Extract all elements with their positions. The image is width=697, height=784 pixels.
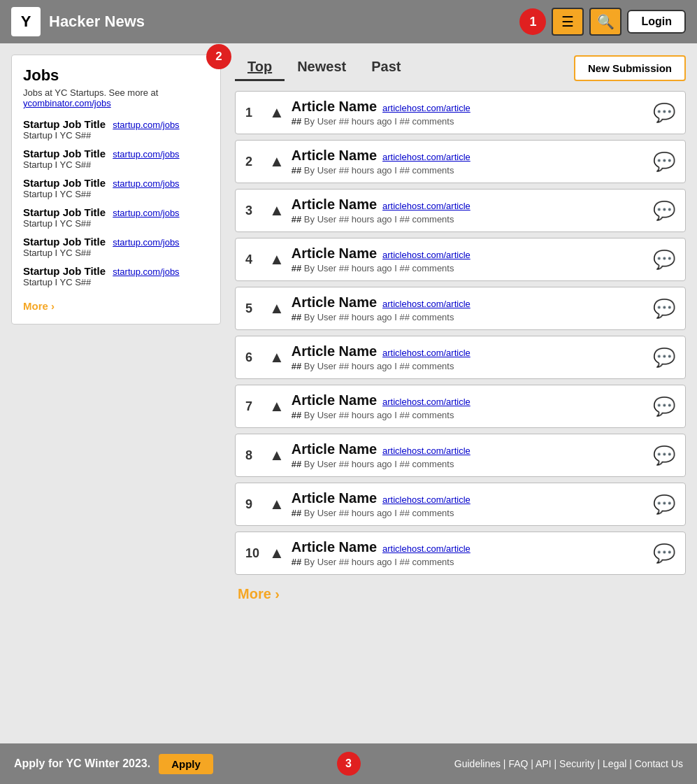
footer-link-api[interactable]: API bbox=[536, 758, 552, 769]
footer-link-guidelines[interactable]: Guidelines bbox=[454, 758, 501, 769]
job-url-link[interactable]: startup.com/jobs bbox=[113, 266, 179, 277]
article-card: 2 ▲ Article Name articlehost.com/article… bbox=[235, 140, 686, 183]
article-number: 7 bbox=[245, 399, 262, 414]
article-title-row: Article Name articlehost.com/article bbox=[292, 197, 640, 213]
article-score: ## bbox=[292, 165, 301, 176]
article-meta: ## By User ## hours ago I ## comments bbox=[292, 410, 640, 420]
logo: Y bbox=[11, 7, 41, 36]
article-card: 10 ▲ Article Name articlehost.com/articl… bbox=[235, 532, 686, 575]
comment-icon[interactable]: 💬 bbox=[653, 151, 675, 173]
upvote-icon[interactable]: ▲ bbox=[269, 495, 285, 513]
article-meta: ## By User ## hours ago I ## comments bbox=[292, 508, 640, 518]
upvote-icon[interactable]: ▲ bbox=[269, 348, 285, 366]
login-button[interactable]: Login bbox=[627, 10, 686, 34]
tabs-container: TopNewestPast bbox=[235, 55, 413, 81]
sidebar-job-item: Startup Job Title startup.com/jobs Start… bbox=[23, 118, 209, 141]
article-title-row: Article Name articlehost.com/article bbox=[292, 148, 640, 164]
job-title: Startup Job Title startup.com/jobs bbox=[23, 177, 209, 189]
upvote-icon[interactable]: ▲ bbox=[269, 201, 285, 220]
article-score: ## bbox=[292, 557, 301, 567]
article-card: 5 ▲ Article Name articlehost.com/article… bbox=[235, 287, 686, 330]
article-url-link[interactable]: articlehost.com/article bbox=[382, 397, 470, 407]
job-url-link[interactable]: startup.com/jobs bbox=[113, 149, 179, 159]
article-url-link[interactable]: articlehost.com/article bbox=[382, 103, 470, 113]
upvote-icon[interactable]: ▲ bbox=[269, 446, 285, 464]
footer-link-security[interactable]: Security bbox=[559, 758, 595, 769]
job-meta: Startup I YC S## bbox=[23, 248, 209, 258]
article-score: ## bbox=[292, 263, 301, 273]
footer: Apply for YC Winter 2023. Apply 3 Guidel… bbox=[0, 743, 697, 784]
article-meta: ## By User ## hours ago I ## comments bbox=[292, 361, 640, 371]
article-card: 6 ▲ Article Name articlehost.com/article… bbox=[235, 336, 686, 379]
article-url-link[interactable]: articlehost.com/article bbox=[382, 348, 470, 358]
comment-icon[interactable]: 💬 bbox=[653, 445, 675, 466]
article-info: Article Name articlehost.com/article ## … bbox=[292, 294, 640, 322]
footer-links: Guidelines | FAQ | API | Security | Lega… bbox=[373, 758, 684, 769]
article-url-link[interactable]: articlehost.com/article bbox=[382, 201, 470, 211]
article-url-link[interactable]: articlehost.com/article bbox=[382, 152, 470, 162]
article-name: Article Name bbox=[292, 99, 377, 115]
sidebar-title: Jobs bbox=[23, 66, 209, 85]
article-url-link[interactable]: articlehost.com/article bbox=[382, 543, 470, 554]
footer-left: Apply for YC Winter 2023. Apply bbox=[14, 754, 324, 774]
search-icon-button[interactable]: 🔍 bbox=[589, 8, 621, 36]
article-meta: ## By User ## hours ago I ## comments bbox=[292, 116, 640, 127]
article-score: ## bbox=[292, 508, 301, 518]
upvote-icon[interactable]: ▲ bbox=[269, 299, 285, 318]
comment-icon[interactable]: 💬 bbox=[653, 298, 675, 320]
job-meta: Startup I YC S## bbox=[23, 159, 209, 170]
article-score: ## bbox=[292, 361, 301, 371]
job-url-link[interactable]: startup.com/jobs bbox=[113, 237, 179, 248]
sidebar-jobs-link[interactable]: ycombinator.com/jobs bbox=[23, 98, 111, 108]
tab-past[interactable]: Past bbox=[359, 55, 413, 81]
article-name: Article Name bbox=[292, 245, 377, 262]
job-title: Startup Job Title startup.com/jobs bbox=[23, 118, 209, 130]
comment-icon[interactable]: 💬 bbox=[653, 200, 675, 222]
article-score: ## bbox=[292, 214, 301, 224]
upvote-icon[interactable]: ▲ bbox=[269, 544, 285, 562]
job-url-link[interactable]: startup.com/jobs bbox=[113, 120, 179, 130]
article-info: Article Name articlehost.com/article ## … bbox=[292, 490, 640, 518]
comment-icon[interactable]: 💬 bbox=[653, 494, 675, 515]
footer-link-legal[interactable]: Legal bbox=[603, 758, 626, 769]
footer-link-contact us[interactable]: Contact Us bbox=[635, 758, 683, 769]
upvote-icon[interactable]: ▲ bbox=[269, 397, 285, 415]
sidebar-more-link[interactable]: More › bbox=[23, 300, 55, 312]
article-url-link[interactable]: articlehost.com/article bbox=[382, 250, 470, 260]
new-submission-button[interactable]: New Submission bbox=[574, 55, 686, 81]
article-info: Article Name articlehost.com/article ## … bbox=[292, 197, 640, 224]
job-url-link[interactable]: startup.com/jobs bbox=[113, 178, 179, 189]
footer-badge: 3 bbox=[337, 752, 361, 776]
sidebar: 2 Jobs Jobs at YC Startups. See more at … bbox=[11, 55, 221, 325]
article-title-row: Article Name articlehost.com/article bbox=[292, 99, 640, 115]
job-meta: Startup I YC S## bbox=[23, 130, 209, 141]
site-title: Hacker News bbox=[49, 13, 511, 31]
comment-icon[interactable]: 💬 bbox=[653, 102, 675, 124]
article-info: Article Name articlehost.com/article ## … bbox=[292, 392, 640, 420]
list-icon-button[interactable]: ☰ bbox=[552, 8, 584, 36]
sidebar-job-item: Startup Job Title startup.com/jobs Start… bbox=[23, 265, 209, 287]
comment-icon[interactable]: 💬 bbox=[653, 249, 675, 271]
header-right: 1 ☰ 🔍 Login bbox=[519, 8, 686, 36]
article-name: Article Name bbox=[292, 539, 377, 555]
more-articles-link[interactable]: More › bbox=[238, 586, 280, 602]
job-url-link[interactable]: startup.com/jobs bbox=[113, 208, 179, 218]
article-title-row: Article Name articlehost.com/article bbox=[292, 539, 640, 555]
article-title-row: Article Name articlehost.com/article bbox=[292, 343, 640, 359]
footer-link-faq[interactable]: FAQ bbox=[508, 758, 528, 769]
article-name: Article Name bbox=[292, 197, 377, 213]
comment-icon[interactable]: 💬 bbox=[653, 396, 675, 418]
apply-button[interactable]: Apply bbox=[159, 754, 213, 774]
upvote-icon[interactable]: ▲ bbox=[269, 152, 285, 171]
comment-icon[interactable]: 💬 bbox=[653, 543, 675, 564]
article-url-link[interactable]: articlehost.com/article bbox=[382, 446, 470, 456]
comment-icon[interactable]: 💬 bbox=[653, 347, 675, 369]
main-content: 2 Jobs Jobs at YC Startups. See more at … bbox=[0, 43, 697, 743]
tab-newest[interactable]: Newest bbox=[285, 55, 359, 81]
article-url-link[interactable]: articlehost.com/article bbox=[382, 299, 470, 309]
upvote-icon[interactable]: ▲ bbox=[269, 104, 285, 122]
article-url-link[interactable]: articlehost.com/article bbox=[382, 494, 470, 505]
article-score: ## bbox=[292, 459, 301, 469]
upvote-icon[interactable]: ▲ bbox=[269, 250, 285, 269]
tab-top[interactable]: Top bbox=[235, 55, 285, 81]
